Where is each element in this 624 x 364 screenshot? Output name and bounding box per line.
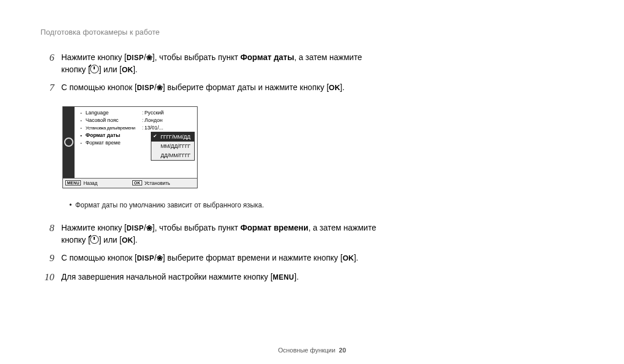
footer-set-label: Установить (144, 180, 170, 186)
page-number: 20 (339, 347, 346, 354)
text: Нажмите кнопку [ (61, 53, 127, 62)
row-value: Лондон (144, 117, 162, 123)
screen-main: • Language : Русский • Часовой пояс : Ло… (75, 107, 197, 178)
menu-row-dateformat: • Формат даты ГГГГ/ММ/ДД ММ/ДД/ГГГГ ДД/М… (75, 132, 197, 139)
bullet-icon: • (80, 118, 83, 123)
disp-icon: DISP (127, 54, 144, 62)
row-value: 13/01/... (144, 125, 164, 131)
timer-icon (90, 235, 99, 244)
bold-term: Формат даты (240, 53, 294, 62)
text: ]. (340, 83, 345, 92)
note: •Формат даты по умолчанию зависит от выб… (69, 201, 387, 209)
menu-button-icon: MENU (65, 180, 81, 185)
disp-icon: DISP (137, 84, 154, 92)
bullet-icon: • (80, 110, 83, 116)
step-number: 7 (40, 81, 54, 95)
step-text: С помощью кнопок [DISP/❀] выберите форма… (61, 81, 344, 95)
row-label: Формат време (86, 140, 141, 146)
dropdown-option: ДД/ММ/ГГГГ (151, 151, 194, 160)
page-footer: Основные функции 20 (0, 347, 624, 354)
text: Нажмите кнопку [ (61, 223, 127, 232)
step-text: С помощью кнопок [DISP/❀] выберите форма… (61, 252, 358, 265)
camera-screen-mock: • Language : Русский • Часовой пояс : Ло… (62, 106, 198, 188)
step-9: 9 С помощью кнопок [DISP/❀] выберите фор… (40, 252, 387, 265)
text: ] или [ (99, 65, 121, 74)
text: ]. (133, 65, 138, 74)
text: ] выберите формат даты и нажмите кнопку … (163, 83, 329, 92)
macro-icon: ❀ (146, 52, 153, 64)
row-value: Русский (144, 110, 164, 116)
ok-icon: OK (122, 65, 133, 74)
disp-icon: DISP (137, 254, 154, 262)
row-label: Часовой пояс (86, 117, 141, 123)
step-text: Нажмите кнопку [DISP/❀], чтобы выбрать п… (61, 222, 387, 246)
footer-back-label: Назад (83, 180, 97, 186)
step-number: 6 (40, 51, 54, 76)
step-7: 7 С помощью кнопок [DISP/❀] выберите фор… (40, 81, 387, 95)
macro-icon: ❀ (146, 222, 153, 234)
step-10: 10 Для завершения начальной настройки на… (40, 271, 387, 284)
disp-icon: DISP (127, 224, 144, 232)
step-text: Нажмите кнопку [DISP/❀], чтобы выбрать п… (61, 51, 387, 76)
bullet-icon: • (80, 133, 83, 138)
section-header: Подготовка фотокамеры к работе (40, 28, 584, 36)
row-label: Формат даты (86, 132, 141, 138)
ok-icon: OK (343, 254, 354, 262)
macro-icon: ❀ (157, 252, 163, 264)
screen-body: • Language : Русский • Часовой пояс : Ло… (63, 107, 197, 178)
ok-icon: OK (122, 236, 133, 244)
note-text: Формат даты по умолчанию зависит от выбр… (75, 201, 264, 209)
menu-row-datetime: • Установка даты/времени : 13/01/... (75, 124, 197, 132)
ok-button-icon: OK (132, 180, 142, 185)
screen-footer: MENU Назад OK Установить (63, 178, 197, 188)
menu-row-language: • Language : Русский (75, 109, 197, 117)
footer-back: MENU Назад (63, 179, 130, 188)
step-8: 8 Нажмите кнопку [DISP/❀], чтобы выбрать… (40, 222, 387, 246)
dropdown-option-selected: ГГГГ/ММ/ДД (151, 132, 194, 142)
date-format-dropdown: ГГГГ/ММ/ДД ММ/ДД/ГГГГ ДД/ММ/ГГГГ (151, 132, 195, 161)
footer-section: Основные функции (278, 347, 335, 354)
step-number: 9 (40, 252, 54, 265)
text: С помощью кнопок [ (61, 83, 137, 92)
text: ]. (133, 235, 138, 244)
text: ] выберите формат времени и нажмите кноп… (163, 253, 343, 262)
bullet-icon: • (80, 125, 83, 131)
footer-set: OK Установить (130, 179, 197, 188)
menu-icon: MENU (273, 273, 294, 281)
bullet-icon: • (69, 201, 72, 209)
dropdown-option: ММ/ДД/ГГГГ (151, 142, 194, 151)
text: С помощью кнопок [ (61, 253, 137, 262)
page: Подготовка фотокамеры к работе 6 Нажмите… (0, 0, 624, 364)
row-label: Language (86, 110, 141, 116)
text: Для завершения начальной настройки нажми… (61, 272, 273, 281)
menu-row-timezone: • Часовой пояс : Лондон (75, 117, 197, 124)
macro-icon: ❀ (157, 82, 163, 94)
text: ] или [ (99, 235, 121, 244)
steps-list: 6 Нажмите кнопку [DISP/❀], чтобы выбрать… (40, 51, 387, 284)
ok-icon: OK (329, 83, 340, 92)
screen-sidebar (63, 107, 75, 178)
step-text: Для завершения начальной настройки нажми… (61, 271, 299, 284)
text: ], чтобы выбрать пункт (153, 223, 240, 232)
step-6: 6 Нажмите кнопку [DISP/❀], чтобы выбрать… (40, 51, 387, 76)
text: ]. (294, 272, 299, 281)
row-label: Установка даты/времени (86, 125, 141, 131)
gear-icon (64, 138, 73, 147)
text: ], чтобы выбрать пункт (153, 53, 240, 62)
timer-icon (90, 65, 99, 73)
bullet-icon: • (80, 140, 83, 146)
step-number: 10 (40, 271, 54, 284)
bold-term: Формат времени (240, 223, 309, 232)
text: ]. (354, 253, 358, 262)
step-number: 8 (40, 222, 54, 246)
